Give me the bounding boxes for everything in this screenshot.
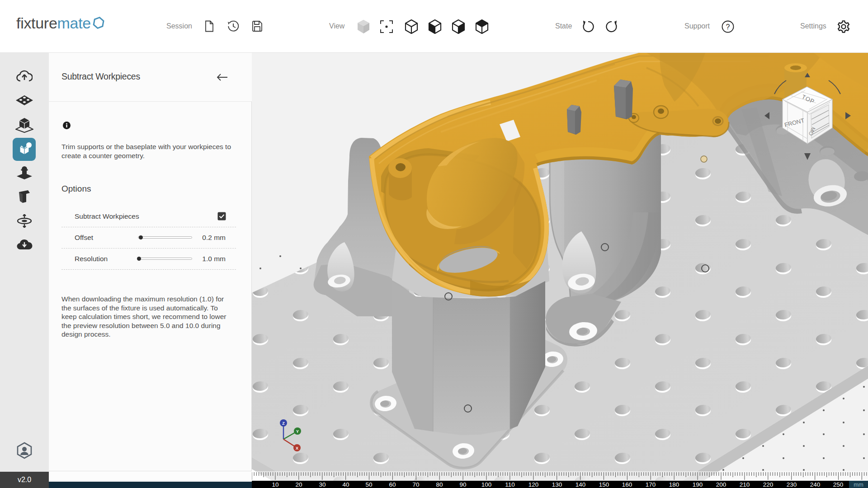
svg-text:20: 20 <box>295 481 302 488</box>
svg-text:220: 220 <box>763 481 774 488</box>
svg-text:70: 70 <box>412 481 419 488</box>
svg-text:30: 30 <box>319 481 326 488</box>
svg-text:mm: mm <box>854 481 863 488</box>
svg-text:210: 210 <box>740 481 750 488</box>
svg-text:?: ? <box>726 23 730 31</box>
svg-text:X: X <box>296 446 298 450</box>
svg-text:130: 130 <box>552 481 562 488</box>
svg-text:50: 50 <box>365 481 372 488</box>
svg-text:80: 80 <box>436 481 443 488</box>
svg-text:Z: Z <box>282 421 285 426</box>
svg-text:120: 120 <box>528 481 539 488</box>
svg-text:230: 230 <box>787 481 797 488</box>
svg-text:160: 160 <box>622 481 632 488</box>
svg-text:180: 180 <box>669 481 679 488</box>
svg-text:60: 60 <box>389 481 396 488</box>
svg-text:10: 10 <box>272 481 278 488</box>
svg-text:40: 40 <box>342 481 349 488</box>
svg-text:90: 90 <box>459 481 466 488</box>
svg-text:190: 190 <box>693 481 703 488</box>
svg-text:170: 170 <box>646 481 656 488</box>
svg-text:200: 200 <box>716 481 726 488</box>
svg-text:240: 240 <box>810 481 821 488</box>
svg-text:140: 140 <box>576 481 586 488</box>
svg-text:100: 100 <box>481 481 492 488</box>
svg-text:110: 110 <box>505 481 515 488</box>
svg-text:150: 150 <box>599 481 609 488</box>
svg-text:250: 250 <box>833 481 844 488</box>
svg-text:Y: Y <box>296 429 299 434</box>
